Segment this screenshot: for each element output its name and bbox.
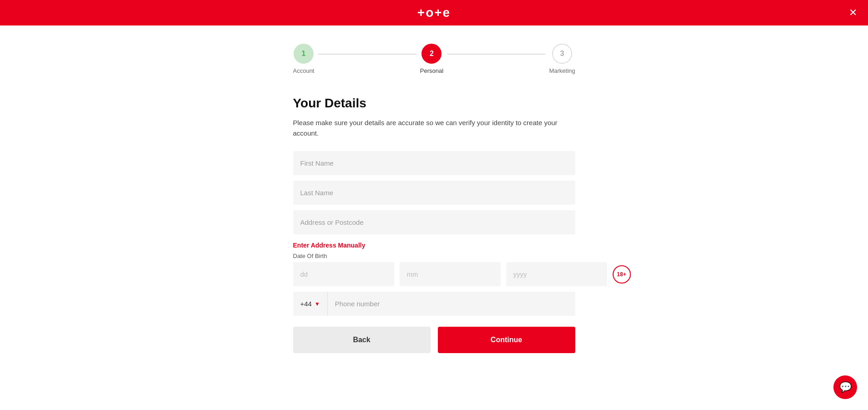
step-3: 3 Marketing [549,44,575,74]
phone-country-code: +44 [300,300,312,308]
address-group [293,210,575,234]
age-badge: 18+ [613,265,631,283]
dob-day-input[interactable] [293,262,394,286]
last-name-group [293,181,575,205]
dob-year-input[interactable] [506,262,607,286]
step-2: 2 Personal [420,44,443,74]
dob-month-input[interactable] [400,262,501,286]
step-1-circle: 1 [294,44,314,64]
dob-section: Date Of Birth 18+ [293,253,575,286]
phone-prefix-selector[interactable]: +44 ▼ [293,292,328,316]
first-name-input[interactable] [293,151,575,175]
chevron-down-icon: ▼ [315,301,320,307]
form-description: Please make sure your details are accura… [293,118,575,138]
header: +o+e ✕ [0,0,868,25]
continue-button[interactable]: Continue [438,327,575,353]
step-1: 1 Account [293,44,315,74]
close-button[interactable]: ✕ [849,8,857,18]
form-title: Your Details [293,96,575,111]
step-connector-2 [447,54,545,55]
chat-button[interactable]: 💬 [833,375,857,399]
phone-row: +44 ▼ [293,292,575,316]
main-content: 1 Account 2 Personal 3 Marketing Your De… [284,25,584,380]
step-2-circle: 2 [421,44,442,64]
step-3-circle: 3 [552,44,572,64]
back-button[interactable]: Back [293,327,431,353]
app-logo: +o+e [417,5,451,20]
chat-icon: 💬 [839,381,852,393]
first-name-group [293,151,575,175]
button-row: Back Continue [293,327,575,353]
step-connector-1 [318,54,416,55]
step-1-label: Account [293,67,315,74]
stepper: 1 Account 2 Personal 3 Marketing [293,44,575,74]
dob-label: Date Of Birth [293,253,575,259]
dob-row: 18+ [293,262,575,286]
last-name-input[interactable] [293,181,575,205]
enter-address-manually-link[interactable]: Enter Address Manually [293,242,365,249]
phone-number-input[interactable] [328,292,575,316]
step-2-label: Personal [420,67,443,74]
address-input[interactable] [293,210,575,234]
step-3-label: Marketing [549,67,575,74]
